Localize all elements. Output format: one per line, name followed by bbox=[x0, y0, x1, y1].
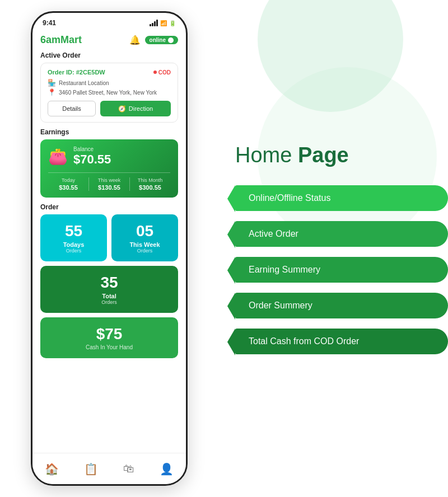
week-num: 05 bbox=[117, 222, 172, 240]
earnings-balance: Balance $70.55 bbox=[73, 146, 111, 167]
logo-prefix: 6am bbox=[40, 34, 60, 45]
earnings-top: 👛 Balance $70.55 bbox=[48, 146, 170, 167]
ribbon-label-1: Active Order bbox=[249, 229, 298, 239]
direction-label: Direction bbox=[129, 105, 153, 112]
todays-label: Todays bbox=[46, 241, 101, 248]
wallet-icon: 👛 bbox=[48, 147, 68, 166]
ribbon-list: Online/Offline Status Active Order Earni… bbox=[235, 185, 448, 354]
active-order-section-label: Active Order bbox=[40, 51, 178, 59]
balance-amount: $70.55 bbox=[73, 152, 111, 167]
bottom-nav: 🏠 📋 🛍 👤 bbox=[32, 453, 186, 484]
phone: 9:41 📶 🔋 6amMart 🔔 bbox=[31, 11, 188, 486]
nav-bag[interactable]: 🛍 bbox=[123, 462, 134, 475]
wifi-icon: 📶 bbox=[160, 20, 167, 26]
ribbon-label-4: Total Cash from COD Order bbox=[249, 336, 359, 346]
earnings-week: This week $130.55 bbox=[89, 177, 130, 191]
right-panel: Home Page Online/Offline Status Active O… bbox=[218, 0, 448, 497]
total-orders-box: 35 Total Orders bbox=[40, 266, 178, 313]
earnings-bottom: Today $30.55 This week $130.55 This Mont… bbox=[48, 172, 170, 191]
ribbon-label-0: Online/Offline Status bbox=[249, 193, 330, 203]
address-row: 📍 3460 Pallet Street, New York, New York bbox=[48, 88, 171, 96]
order-id-value: #2CE5DW bbox=[76, 69, 105, 76]
ribbon-online-offline[interactable]: Online/Offline Status bbox=[235, 185, 448, 211]
signal-icon bbox=[150, 20, 158, 26]
home-icon: 🏠 bbox=[45, 462, 59, 476]
toggle-dot bbox=[168, 37, 174, 43]
app-header: 6amMart 🔔 online bbox=[40, 34, 178, 46]
page-title: Home Page bbox=[235, 143, 349, 167]
ribbon-cod-order[interactable]: Total Cash from COD Order bbox=[235, 329, 448, 354]
order-id-label: Order ID: bbox=[48, 69, 74, 76]
cash-amount: $75 bbox=[46, 325, 172, 343]
logo-suffix: art bbox=[69, 34, 82, 45]
ribbon-label-2: Earning Summery bbox=[249, 265, 320, 275]
bag-icon: 🛍 bbox=[123, 462, 134, 475]
earnings-month: This Month $300.55 bbox=[130, 177, 170, 191]
month-label: This Month bbox=[130, 177, 170, 183]
today-label: Today bbox=[48, 177, 88, 183]
earnings-card: 👛 Balance $70.55 Today $30.55 This week … bbox=[40, 139, 178, 198]
status-time: 9:41 bbox=[43, 19, 56, 27]
direction-icon: 🧭 bbox=[118, 105, 126, 112]
total-sub: Orders bbox=[46, 299, 172, 305]
earnings-section-label: Earnings bbox=[40, 128, 178, 136]
order-grid: 55 Todays Orders 05 This Week Orders bbox=[40, 214, 178, 261]
active-order-card: Order ID: #2CE5DW COD 🏪 Restaurant Locat… bbox=[40, 63, 178, 123]
app-content: 6amMart 🔔 online Active Order Order ID: … bbox=[32, 30, 186, 484]
restaurant-location-label: Restaurant Location bbox=[59, 80, 109, 86]
nav-profile[interactable]: 👤 bbox=[160, 462, 174, 476]
ribbon-order-summery[interactable]: Order Summery bbox=[235, 293, 448, 318]
title-bold: Page bbox=[298, 143, 349, 167]
earnings-today: Today $30.55 bbox=[48, 177, 89, 191]
order-card-header: Order ID: #2CE5DW COD bbox=[48, 69, 171, 76]
todays-sub: Orders bbox=[46, 248, 101, 254]
btn-row: Details 🧭 Direction bbox=[48, 101, 171, 116]
phone-wrapper: 9:41 📶 🔋 6amMart 🔔 bbox=[31, 11, 188, 486]
week-label: This week bbox=[89, 177, 129, 183]
map-pin-icon: 📍 bbox=[48, 88, 56, 96]
ribbon-label-3: Order Summery bbox=[249, 301, 312, 311]
nav-home[interactable]: 🏠 bbox=[45, 462, 59, 476]
ribbon-active-order[interactable]: Active Order bbox=[235, 221, 448, 247]
battery-icon: 🔋 bbox=[169, 20, 176, 26]
online-label: online bbox=[150, 37, 166, 43]
orders-icon: 📋 bbox=[84, 462, 98, 476]
cash-label: Cash In Your Hand bbox=[46, 344, 172, 350]
cod-badge: COD bbox=[153, 69, 171, 76]
title-normal: Home bbox=[235, 143, 298, 167]
store-icon: 🏪 bbox=[48, 79, 56, 87]
restaurant-location-row: 🏪 Restaurant Location bbox=[48, 79, 171, 87]
todays-orders-box: 55 Todays Orders bbox=[40, 214, 107, 261]
order-id: Order ID: #2CE5DW bbox=[48, 69, 105, 76]
status-icons: 📶 🔋 bbox=[150, 20, 176, 26]
todays-num: 55 bbox=[46, 222, 101, 240]
month-value: $300.55 bbox=[130, 184, 170, 191]
ribbon-earning-summery[interactable]: Earning Summery bbox=[235, 257, 448, 283]
details-button[interactable]: Details bbox=[48, 101, 96, 116]
week-label-order: This Week bbox=[117, 241, 172, 248]
order-section-label: Order bbox=[40, 203, 178, 211]
online-badge[interactable]: online bbox=[145, 36, 178, 44]
app-logo: 6amMart bbox=[40, 34, 82, 46]
logo-highlight: M bbox=[60, 34, 69, 45]
header-right: 🔔 online bbox=[129, 35, 178, 45]
cod-label: COD bbox=[158, 69, 171, 76]
status-bar: 9:41 📶 🔋 bbox=[32, 13, 186, 30]
nav-orders[interactable]: 📋 bbox=[84, 462, 98, 476]
balance-label: Balance bbox=[73, 146, 111, 152]
bell-icon[interactable]: 🔔 bbox=[129, 35, 141, 45]
total-num: 35 bbox=[46, 274, 172, 292]
week-sub: Orders bbox=[117, 248, 172, 254]
today-value: $30.55 bbox=[48, 184, 88, 191]
week-orders-box: 05 This Week Orders bbox=[111, 214, 178, 261]
address-text: 3460 Pallet Street, New York, New York bbox=[59, 90, 157, 96]
week-value: $130.55 bbox=[89, 184, 129, 191]
cash-in-hand-box: $75 Cash In Your Hand bbox=[40, 317, 178, 358]
cod-dot bbox=[153, 71, 157, 74]
direction-button[interactable]: 🧭 Direction bbox=[100, 101, 171, 116]
total-label: Total bbox=[46, 293, 172, 299]
profile-icon: 👤 bbox=[160, 462, 174, 476]
